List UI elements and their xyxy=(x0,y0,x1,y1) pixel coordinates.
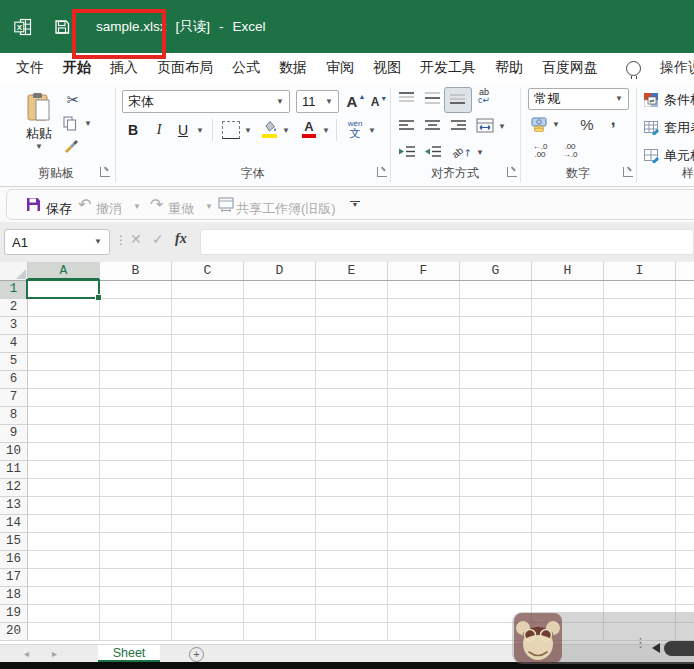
bold-button[interactable]: B xyxy=(124,119,142,141)
accounting-dropdown-icon[interactable]: ▼ xyxy=(552,121,560,129)
cell-styles-button[interactable]: 单元格样式 xyxy=(644,146,694,166)
column-header-D[interactable]: D xyxy=(244,262,316,280)
underline-dropdown-icon[interactable]: ▼ xyxy=(196,127,204,135)
paste-button[interactable]: 粘贴 ▼ xyxy=(16,89,62,153)
undo-dropdown-icon[interactable]: ▼ xyxy=(133,203,141,211)
fill-color-dropdown-icon[interactable]: ▼ xyxy=(282,127,290,135)
save-icon[interactable] xyxy=(26,197,41,212)
qat-share-workbook-label[interactable]: 共享工作簿(旧版) xyxy=(236,200,336,218)
align-left-button[interactable] xyxy=(398,119,415,133)
bottom-align-button[interactable] xyxy=(449,91,466,105)
decrease-font-size-button[interactable]: A▼ xyxy=(368,91,390,113)
decrease-decimal-button[interactable]: .00 →.0 xyxy=(558,141,582,161)
qat-save-label[interactable]: 保存 xyxy=(46,200,72,218)
orientation-button[interactable]: ab ↗ xyxy=(452,143,472,161)
increase-indent-button[interactable] xyxy=(424,145,442,158)
undo-icon[interactable]: ↶ xyxy=(78,197,91,213)
column-header-F[interactable]: F xyxy=(388,262,460,280)
align-right-button[interactable] xyxy=(450,119,467,133)
insert-function-button[interactable]: fx xyxy=(175,232,187,246)
row-header-10[interactable]: 10 xyxy=(0,443,27,461)
comma-style-button[interactable]: , xyxy=(606,111,620,129)
row-header-20[interactable]: 20 xyxy=(0,623,27,641)
row-header-14[interactable]: 14 xyxy=(0,515,27,533)
column-header-G[interactable]: G xyxy=(460,262,532,280)
row-header-5[interactable]: 5 xyxy=(0,353,27,371)
menu-tab-4[interactable]: 公式 xyxy=(232,59,260,77)
qat-undo-label[interactable]: 撤消 xyxy=(96,200,122,218)
italic-button[interactable]: I xyxy=(150,119,168,141)
menu-tab-10[interactable]: 百度网盘 xyxy=(542,59,598,77)
font-size-combo[interactable]: 11 ▼ xyxy=(296,90,339,113)
redo-dropdown-icon[interactable]: ▼ xyxy=(205,203,213,211)
increase-decimal-button[interactable]: ←.0 .00 xyxy=(528,141,552,161)
merge-dropdown-icon[interactable]: ▼ xyxy=(498,123,506,131)
column-header-H[interactable]: H xyxy=(532,262,604,280)
row-header-19[interactable]: 19 xyxy=(0,605,27,623)
alignment-dialog-launcher[interactable] xyxy=(507,167,517,177)
sheet-nav-next-icon[interactable]: ▸ xyxy=(52,647,57,661)
row-header-1[interactable]: 1 xyxy=(0,281,27,299)
cells-area[interactable] xyxy=(28,281,694,641)
menu-tab-8[interactable]: 开发工具 xyxy=(420,59,476,77)
row-header-16[interactable]: 16 xyxy=(0,551,27,569)
orientation-dropdown-icon[interactable]: ▼ xyxy=(476,149,484,157)
row-header-3[interactable]: 3 xyxy=(0,317,27,335)
watermark-collapse-icon[interactable] xyxy=(652,643,660,653)
phonetic-dropdown-icon[interactable]: ▼ xyxy=(368,127,376,135)
underline-button[interactable]: U xyxy=(174,119,192,141)
column-header-C[interactable]: C xyxy=(172,262,244,280)
accounting-format-button[interactable] xyxy=(530,115,550,133)
watermark-dots-icon[interactable]: ⋮ xyxy=(634,636,647,649)
row-header-6[interactable]: 6 xyxy=(0,371,27,389)
increase-font-size-button[interactable]: A▲ xyxy=(345,89,367,113)
qat-redo-label[interactable]: 重做 xyxy=(168,200,194,218)
row-header-18[interactable]: 18 xyxy=(0,587,27,605)
borders-button[interactable] xyxy=(222,121,240,139)
font-color-dropdown-icon[interactable]: ▼ xyxy=(322,127,330,135)
column-header-I[interactable]: I xyxy=(604,262,676,280)
copy-button[interactable] xyxy=(62,115,78,131)
font-name-combo[interactable]: 宋体 ▼ xyxy=(122,90,290,113)
tell-me-search[interactable]: 操作说明搜索 xyxy=(660,59,694,77)
decrease-indent-button[interactable] xyxy=(398,145,416,158)
row-header-7[interactable]: 7 xyxy=(0,389,27,407)
clipboard-dialog-launcher[interactable] xyxy=(100,167,110,177)
conditional-formatting-button[interactable]: ⇄条件格式 xyxy=(644,90,694,110)
row-header-9[interactable]: 9 xyxy=(0,425,27,443)
wrap-text-button[interactable]: ab c↵ xyxy=(478,88,490,104)
row-header-8[interactable]: 8 xyxy=(0,407,27,425)
middle-align-button[interactable] xyxy=(424,91,441,105)
menu-tab-3[interactable]: 页面布局 xyxy=(157,59,213,77)
sheet-tab-active[interactable]: Sheet xyxy=(98,645,160,662)
column-header-E[interactable]: E xyxy=(316,262,388,280)
select-all-corner[interactable] xyxy=(0,262,28,281)
row-header-17[interactable]: 17 xyxy=(0,569,27,587)
row-header-4[interactable]: 4 xyxy=(0,335,27,353)
number-format-combo[interactable]: 常规 ▼ xyxy=(528,88,629,110)
watermark-pill[interactable] xyxy=(664,641,694,656)
phonetic-guide-button[interactable]: wén 文 xyxy=(344,117,366,141)
redo-icon[interactable]: ↷ xyxy=(150,197,163,213)
menu-tab-1[interactable]: 开始 xyxy=(63,59,91,77)
menu-tab-9[interactable]: 帮助 xyxy=(495,59,523,77)
merge-center-button[interactable] xyxy=(476,117,494,133)
top-align-button[interactable] xyxy=(398,91,415,105)
align-center-button[interactable] xyxy=(424,119,441,133)
format-painter-button[interactable] xyxy=(62,137,78,153)
share-workbook-icon[interactable] xyxy=(218,197,234,212)
borders-dropdown-icon[interactable]: ▼ xyxy=(244,127,252,135)
row-header-2[interactable]: 2 xyxy=(0,299,27,317)
font-dialog-launcher[interactable] xyxy=(377,167,387,177)
new-sheet-button[interactable]: + xyxy=(189,647,204,662)
active-cell-selection[interactable] xyxy=(26,279,100,299)
menu-tab-6[interactable]: 审阅 xyxy=(326,59,354,77)
row-header-13[interactable]: 13 xyxy=(0,497,27,515)
cancel-icon[interactable]: ✕ xyxy=(130,232,142,246)
formula-input[interactable] xyxy=(200,229,694,255)
row-header-12[interactable]: 12 xyxy=(0,479,27,497)
menu-tab-0[interactable]: 文件 xyxy=(16,59,44,77)
row-header-11[interactable]: 11 xyxy=(0,461,27,479)
percent-style-button[interactable]: % xyxy=(578,115,596,133)
font-color-button[interactable]: A xyxy=(300,118,318,140)
